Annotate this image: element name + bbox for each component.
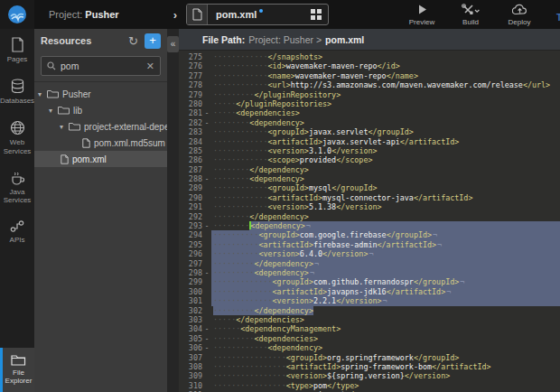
- code-line[interactable]: 309················<version>${spring.ver…: [179, 371, 560, 380]
- collapse-panel-icon[interactable]: «: [167, 36, 179, 52]
- code-line[interactable]: 280·····</pluginRepositories>: [179, 99, 560, 108]
- code-line[interactable]: 291············<version>5.1.38</version>: [179, 202, 560, 211]
- refresh-icon[interactable]: ↻: [128, 35, 138, 47]
- code-text: ·········</dependency>¬: [211, 259, 560, 268]
- line-number: 285: [179, 146, 202, 155]
- wavemaker-logo[interactable]: [0, 0, 34, 29]
- rail-item-label: APIs: [10, 236, 25, 244]
- chevron-down-icon[interactable]: ▾: [49, 107, 58, 115]
- tree-item-lib[interactable]: ▾lib: [34, 102, 167, 118]
- code-line[interactable]: 295··········<artifactId>firebase-admin<…: [179, 240, 560, 249]
- code-line[interactable]: 300·············<artifactId>javapns-jdk1…: [179, 287, 560, 296]
- fold-marker-icon[interactable]: -: [202, 268, 211, 277]
- add-resource-button[interactable]: +: [145, 33, 161, 49]
- code-line[interactable]: 308················<artifactId>spring-fr…: [179, 362, 560, 371]
- code-line[interactable]: 282-········<dependency>: [179, 118, 560, 127]
- fold-marker-icon[interactable]: -: [202, 221, 211, 230]
- build-button[interactable]: Build: [450, 0, 491, 26]
- clear-search-icon[interactable]: ✕: [146, 61, 154, 72]
- sidebar-item-apis[interactable]: APIs: [0, 211, 34, 251]
- code-line[interactable]: 297·········</dependency>¬: [179, 259, 560, 268]
- code-text: ········<dependency>: [211, 174, 560, 183]
- file-path-filename: pom.xml: [325, 34, 364, 45]
- panel-splitter[interactable]: «: [167, 29, 179, 392]
- tree-item-pom.xml[interactable]: pom.xml: [34, 151, 167, 167]
- fold-marker-icon: [202, 353, 211, 362]
- code-text: ············<id>wavemaker-maven-repo</id…: [211, 61, 560, 70]
- tab-pom-xml[interactable]: pom.xml: [186, 4, 329, 25]
- code-line[interactable]: 306-············<dependency>: [179, 343, 560, 352]
- code-line[interactable]: 307················<groupId>org.springfr…: [179, 353, 560, 362]
- project-label: Project:: [49, 9, 82, 20]
- code-line[interactable]: 302·········</dependency>: [179, 306, 560, 315]
- code-line[interactable]: 287········</dependency>: [179, 165, 560, 174]
- code-line[interactable]: 296··········<version>6.4.0</version>¬: [179, 249, 560, 258]
- api-nodes-icon: [10, 219, 25, 233]
- indent-whitespace: ············: [213, 202, 268, 211]
- line-number: 290: [179, 193, 202, 202]
- code-line[interactable]: 301·············<version>2.2.1</version>…: [179, 296, 560, 305]
- file-icon: [61, 154, 69, 164]
- code-line[interactable]: 289············<groupId>mysql</groupId>: [179, 183, 560, 192]
- indent-whitespace: ············: [213, 146, 268, 155]
- preview-button[interactable]: Preview: [401, 0, 443, 26]
- code-area[interactable]: 275············</snapshots>276··········…: [179, 51, 560, 392]
- layout-grid-icon[interactable]: [304, 5, 328, 24]
- code-line[interactable]: 294··········<groupId>com.google.firebas…: [179, 230, 560, 239]
- fold-marker-icon[interactable]: -: [202, 174, 211, 183]
- code-line[interactable]: 290············<artifactId>mysql-connect…: [179, 193, 560, 202]
- tree-item-pom.xml.md5sum[interactable]: pom.xml.md5sum: [34, 135, 167, 151]
- code-line[interactable]: 293-········<dependency>¬: [179, 221, 560, 230]
- fold-marker-icon: [202, 155, 211, 164]
- resources-search-input[interactable]: pom ✕: [41, 56, 161, 76]
- code-line[interactable]: 305-·········<dependencies>: [179, 334, 560, 343]
- fold-marker-icon[interactable]: -: [202, 343, 211, 352]
- code-line[interactable]: 299·············<groupId>com.github.fern…: [179, 277, 560, 286]
- sidebar-item-java-services[interactable]: Java Services: [0, 163, 34, 211]
- chevron-down-icon[interactable]: ▾: [38, 90, 47, 98]
- code-line[interactable]: 286············<scope>provided</scope>: [179, 155, 560, 164]
- folder-icon: [58, 106, 70, 115]
- tree-item-pusher[interactable]: ▾Pusher: [34, 86, 167, 102]
- indent-whitespace: ··········: [213, 230, 258, 239]
- sidebar-item-pages[interactable]: Pages: [0, 29, 34, 70]
- code-line[interactable]: 283············<groupId>javax.servlet</g…: [179, 127, 560, 136]
- tree-item-project-external-dependencies[interactable]: ▾project-external-dependencies: [34, 118, 167, 135]
- line-number: 288: [179, 174, 202, 183]
- deploy-button[interactable]: Deploy: [499, 0, 540, 26]
- indent-whitespace: ········: [213, 165, 249, 174]
- folder-icon: [11, 354, 26, 366]
- project-breadcrumb[interactable]: Project: Pusher: [49, 9, 119, 20]
- chevron-down-icon[interactable]: ▾: [60, 123, 69, 131]
- code-line[interactable]: 292········</dependency>: [179, 212, 560, 221]
- sidebar-item-web-services[interactable]: Web Services: [0, 112, 34, 162]
- line-number: 295: [179, 240, 202, 249]
- fold-marker-icon[interactable]: -: [202, 118, 211, 127]
- line-number: 303: [179, 315, 202, 324]
- code-line[interactable]: 303·····</dependencies>: [179, 315, 560, 324]
- line-number: 302: [179, 306, 202, 315]
- code-line[interactable]: 285············<version>3.1.0</version>: [179, 146, 560, 155]
- code-text: ··········<groupId>com.google.firebase</…: [211, 230, 560, 239]
- sidebar-item-databases[interactable]: Databases: [0, 70, 34, 112]
- sidebar-item-file-explorer[interactable]: File Explorer: [0, 348, 34, 392]
- line-number: 278: [179, 80, 202, 89]
- code-line[interactable]: 298-·········<dependency>¬: [179, 268, 560, 277]
- indent-whitespace: ············: [213, 80, 268, 89]
- fold-marker-icon[interactable]: -: [202, 108, 211, 117]
- code-line[interactable]: 288-········<dependency>: [179, 174, 560, 183]
- fold-marker-icon: [202, 249, 211, 258]
- fold-marker-icon[interactable]: -: [202, 324, 211, 333]
- code-line[interactable]: 284············<artifactId>javax.servlet…: [179, 137, 560, 146]
- code-line[interactable]: 275············</snapshots>: [179, 52, 560, 61]
- fold-marker-icon: [202, 230, 211, 239]
- fold-marker-icon[interactable]: -: [202, 334, 211, 343]
- code-line[interactable]: 310················<type>pom</type>: [179, 381, 560, 390]
- code-line[interactable]: 277············<name>wavemaker-maven-rep…: [179, 71, 560, 80]
- code-line[interactable]: 304-······<dependencyManagement>: [179, 324, 560, 333]
- fold-marker-icon: [202, 362, 211, 371]
- code-line[interactable]: 278············<url>http://s3.amazonaws.…: [179, 80, 560, 89]
- code-line[interactable]: 279·········</pluginRepository>: [179, 90, 560, 99]
- code-line[interactable]: 281-·····<dependencies>: [179, 108, 560, 117]
- code-line[interactable]: 276············<id>wavemaker-maven-repo<…: [179, 61, 560, 70]
